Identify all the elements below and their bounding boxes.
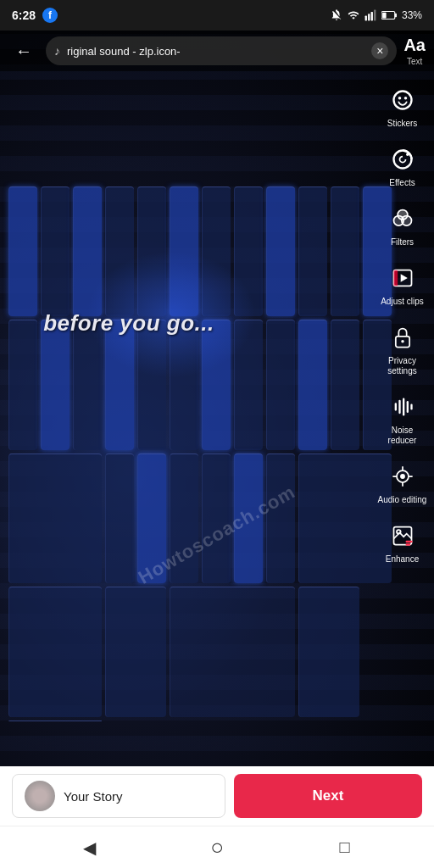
your-story-label: Your Story xyxy=(64,789,123,804)
filters-icon xyxy=(387,203,418,234)
video-area: ← ♪ riginal sound - zlp.icon- × Aa Text … xyxy=(0,31,434,766)
svg-rect-1 xyxy=(368,14,370,20)
noise-reducer-label: Noise reducer xyxy=(376,426,429,446)
bottom-area: Your Story Next ◀ ○ □ xyxy=(0,766,434,868)
key xyxy=(8,320,37,450)
back-button[interactable]: ← xyxy=(8,38,39,64)
key xyxy=(170,320,198,450)
nav-recents-icon: □ xyxy=(340,837,350,857)
key xyxy=(298,320,327,450)
filters-tool[interactable]: Filters xyxy=(373,197,432,254)
stickers-label: Stickers xyxy=(387,119,418,129)
key xyxy=(8,587,102,717)
adjust-clips-tool[interactable]: Adjust clips xyxy=(373,256,432,314)
svg-rect-5 xyxy=(395,14,397,18)
battery-percentage: 33% xyxy=(402,9,422,21)
svg-point-19 xyxy=(401,340,404,343)
svg-rect-24 xyxy=(410,404,412,410)
svg-rect-3 xyxy=(374,10,376,21)
key xyxy=(234,186,263,317)
wifi-icon xyxy=(348,9,359,21)
audio-editing-icon xyxy=(387,461,418,492)
signal-icon xyxy=(364,9,376,21)
key xyxy=(105,453,134,584)
key xyxy=(137,186,166,317)
key xyxy=(8,721,102,721)
video-overlay-text: before you go... xyxy=(43,310,214,337)
key xyxy=(73,320,102,450)
key xyxy=(202,453,231,584)
key xyxy=(331,320,359,450)
privacy-settings-tool[interactable]: Privacy settings xyxy=(373,315,432,383)
next-label: Next xyxy=(313,787,344,804)
enhance-label: Enhance xyxy=(386,554,419,565)
svg-point-8 xyxy=(398,97,401,100)
nav-home-button[interactable]: ○ xyxy=(202,832,232,863)
close-sound-button[interactable]: × xyxy=(371,42,388,59)
key xyxy=(202,320,231,450)
key xyxy=(105,186,134,317)
noise-reducer-tool[interactable]: Noise reducer xyxy=(373,385,432,453)
key xyxy=(298,587,359,717)
svg-point-14 xyxy=(398,210,408,220)
svg-point-7 xyxy=(393,92,411,109)
svg-rect-21 xyxy=(398,400,400,414)
status-left: 6:28 f xyxy=(12,8,58,23)
adjust-clips-icon xyxy=(387,263,418,293)
svg-rect-22 xyxy=(403,398,404,416)
privacy-settings-label: Privacy settings xyxy=(376,356,429,376)
enhance-tool[interactable]: Enhance xyxy=(373,514,432,571)
key xyxy=(170,186,198,317)
key xyxy=(266,186,295,317)
key xyxy=(105,320,134,450)
stickers-icon xyxy=(387,85,418,115)
time-display: 6:28 xyxy=(12,8,36,22)
sound-pill[interactable]: ♪ riginal sound - zlp.icon- × xyxy=(46,36,397,65)
svg-rect-0 xyxy=(365,16,367,21)
key xyxy=(266,320,295,450)
svg-point-9 xyxy=(403,97,407,100)
key xyxy=(8,453,102,584)
svg-rect-17 xyxy=(393,270,398,287)
nav-home-icon: ○ xyxy=(210,834,224,860)
next-button[interactable]: Next xyxy=(234,774,422,818)
your-story-button[interactable]: Your Story xyxy=(12,774,225,818)
effects-label: Effects xyxy=(389,178,415,188)
key xyxy=(298,186,327,317)
nav-recents-button[interactable]: □ xyxy=(330,832,360,863)
svg-rect-2 xyxy=(371,12,373,21)
effects-tool[interactable]: Effects xyxy=(373,137,432,195)
music-note-icon: ♪ xyxy=(54,44,60,58)
text-tool-label: Text xyxy=(407,57,422,66)
facebook-icon: f xyxy=(42,8,58,23)
filters-label: Filters xyxy=(391,237,414,248)
key xyxy=(266,453,295,584)
stickers-tool[interactable]: Stickers xyxy=(373,78,432,136)
key xyxy=(105,587,166,717)
story-avatar xyxy=(25,781,55,811)
battery-icon xyxy=(381,10,397,20)
key xyxy=(8,186,37,317)
effects-icon xyxy=(387,144,418,175)
key xyxy=(73,186,102,317)
audio-editing-tool[interactable]: Audio editing xyxy=(373,454,432,512)
key xyxy=(234,320,263,450)
key xyxy=(41,186,70,317)
key xyxy=(331,186,359,317)
svg-point-11 xyxy=(406,153,409,156)
key xyxy=(170,453,198,584)
privacy-settings-icon xyxy=(387,322,418,353)
notification-muted-icon xyxy=(331,9,342,21)
svg-marker-16 xyxy=(400,274,407,281)
nav-back-button[interactable]: ◀ xyxy=(74,832,104,863)
audio-editing-label: Audio editing xyxy=(378,495,427,505)
key xyxy=(137,320,166,450)
svg-point-26 xyxy=(400,474,405,479)
enhance-icon xyxy=(387,520,418,551)
svg-rect-20 xyxy=(394,403,396,410)
text-icon: Aa xyxy=(403,36,426,55)
adjust-clips-label: Adjust clips xyxy=(381,297,424,307)
sound-title: riginal sound - zlp.icon- xyxy=(67,45,364,58)
nav-bar: ◀ ○ □ xyxy=(0,826,434,868)
text-tool-button[interactable]: Aa Text xyxy=(403,36,426,66)
